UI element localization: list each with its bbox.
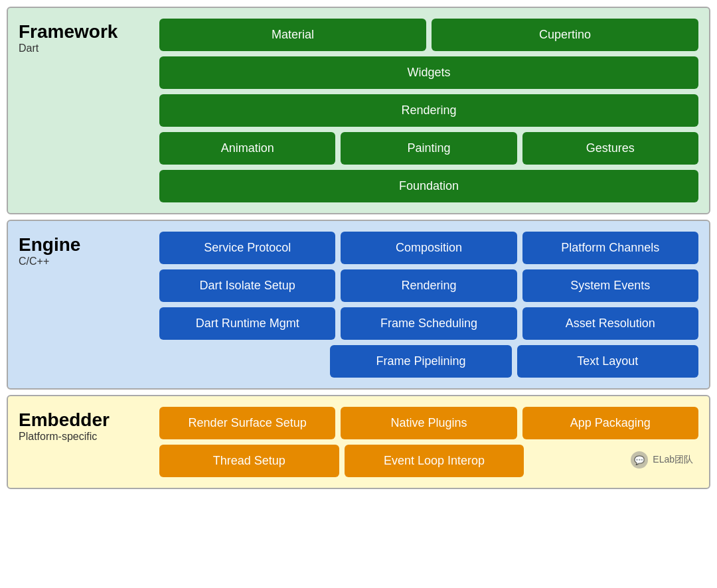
embedder-row-1: Render Surface Setup Native Plugins App … <box>159 407 698 439</box>
engine-btn-dart-isolate-setup[interactable]: Dart Isolate Setup <box>159 269 335 302</box>
embedder-btn-thread-setup[interactable]: Thread Setup <box>159 445 339 477</box>
framework-btn-painting[interactable]: Painting <box>341 132 517 165</box>
embedder-btn-native-plugins[interactable]: Native Plugins <box>341 407 517 439</box>
watermark-text: ELab团队 <box>653 454 693 466</box>
engine-subtitle: C/C++ <box>19 256 151 267</box>
wechat-icon: 💬 <box>630 451 649 469</box>
framework-row-1: Material Cupertino <box>159 19 698 51</box>
engine-btn-frame-scheduling[interactable]: Frame Scheduling <box>341 307 517 340</box>
main-container: Framework Dart Material Cupertino Widget… <box>0 0 717 496</box>
framework-btn-gestures[interactable]: Gestures <box>522 132 698 165</box>
embedder-section: Embedder Platform-specific Render Surfac… <box>7 395 710 489</box>
embedder-content: Render Surface Setup Native Plugins App … <box>159 407 698 477</box>
framework-btn-material[interactable]: Material <box>159 19 426 51</box>
engine-title: Engine <box>19 234 151 256</box>
engine-row-2: Dart Isolate Setup Rendering System Even… <box>159 269 698 302</box>
engine-btn-frame-pipelining[interactable]: Frame Pipelining <box>330 345 511 378</box>
framework-row-5: Foundation <box>159 170 698 202</box>
engine-btn-rendering[interactable]: Rendering <box>341 269 517 302</box>
engine-content: Service Protocol Composition Platform Ch… <box>159 232 698 378</box>
engine-btn-system-events[interactable]: System Events <box>522 269 698 302</box>
engine-btn-platform-channels[interactable]: Platform Channels <box>522 232 698 264</box>
embedder-btn-app-packaging[interactable]: App Packaging <box>522 407 698 439</box>
watermark-container: 💬 ELab团队 <box>529 445 698 477</box>
embedder-btn-render-surface-setup[interactable]: Render Surface Setup <box>159 407 335 439</box>
framework-btn-cupertino[interactable]: Cupertino <box>432 19 698 51</box>
svg-text:💬: 💬 <box>634 455 645 466</box>
engine-row-1: Service Protocol Composition Platform Ch… <box>159 232 698 264</box>
engine-section: Engine C/C++ Service Protocol Compositio… <box>7 220 710 390</box>
embedder-btn-event-loop-interop[interactable]: Event Loop Interop <box>345 445 524 477</box>
framework-btn-foundation[interactable]: Foundation <box>159 170 698 202</box>
framework-row-2: Widgets <box>159 56 698 89</box>
engine-btn-service-protocol[interactable]: Service Protocol <box>159 232 335 264</box>
engine-btn-composition[interactable]: Composition <box>341 232 517 264</box>
framework-row-3: Rendering <box>159 94 698 127</box>
engine-row-4: Frame Pipelining Text Layout <box>159 345 698 378</box>
engine-label: Engine C/C++ <box>19 232 151 378</box>
embedder-subtitle: Platform-specific <box>19 431 151 443</box>
engine-btn-asset-resolution[interactable]: Asset Resolution <box>522 307 698 340</box>
framework-row-4: Animation Painting Gestures <box>159 132 698 165</box>
embedder-row-2: Thread Setup Event Loop Interop 💬 ELab团队 <box>159 445 698 477</box>
framework-section: Framework Dart Material Cupertino Widget… <box>7 7 710 214</box>
engine-row-3: Dart Runtime Mgmt Frame Scheduling Asset… <box>159 307 698 340</box>
framework-subtitle: Dart <box>19 42 151 54</box>
framework-title: Framework <box>19 21 151 42</box>
framework-btn-widgets[interactable]: Widgets <box>159 56 698 89</box>
engine-btn-dart-runtime-mgmt[interactable]: Dart Runtime Mgmt <box>159 307 335 340</box>
framework-btn-animation[interactable]: Animation <box>159 132 335 165</box>
framework-label: Framework Dart <box>19 19 151 202</box>
framework-btn-rendering[interactable]: Rendering <box>159 94 698 127</box>
embedder-title: Embedder <box>19 409 151 431</box>
engine-btn-text-layout[interactable]: Text Layout <box>517 345 698 378</box>
embedder-label: Embedder Platform-specific <box>19 407 151 477</box>
framework-content: Material Cupertino Widgets Rendering Ani… <box>159 19 698 202</box>
